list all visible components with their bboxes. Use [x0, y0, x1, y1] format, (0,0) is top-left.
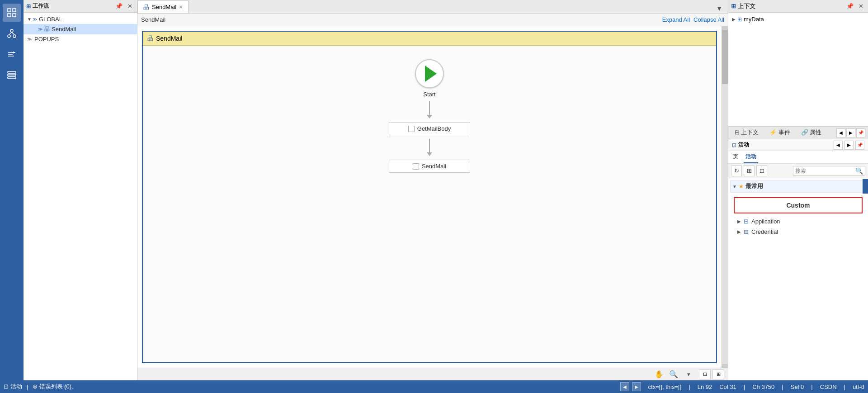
center-area: 品 SendMail ✕ ▾ SendMail Expand All Colla… [137, 0, 728, 380]
section-label-common: 最常用 [745, 182, 763, 190]
editor-tab-menu-btn[interactable]: ▾ [714, 3, 724, 13]
status-nav-prev[interactable]: ◀ [620, 382, 629, 391]
list-btn[interactable]: ⊡ [756, 166, 767, 176]
svg-rect-14 [8, 77, 16, 79]
sidebar-nav-rules[interactable] [3, 45, 21, 63]
refresh-btn[interactable]: ↻ [731, 166, 742, 176]
tab-context[interactable]: ⊟ 上下文 [731, 127, 762, 139]
activities-status: ⊡ 活动 [4, 383, 22, 391]
search-icon[interactable]: 🔍 [855, 167, 863, 175]
context-label: 上下文 [738, 2, 755, 10]
fit-page-btn[interactable]: ⊞ [712, 369, 724, 379]
sidebar-nav-nodes[interactable] [3, 24, 21, 43]
node-task-sendmail[interactable]: SendMail [389, 160, 470, 173]
activity-custom[interactable]: Custom [734, 197, 863, 213]
status-separator-6: | [844, 384, 845, 390]
activities-list: ▼ ★ 最常用 Custom [728, 178, 868, 380]
search-input[interactable] [795, 168, 855, 174]
sidebar-nav-workflow[interactable] [3, 4, 21, 22]
subtab-activity[interactable]: 活动 [744, 151, 758, 163]
svg-rect-1 [13, 9, 16, 12]
node-task-getmailbody[interactable]: GetMailBody [389, 122, 470, 135]
right-context-header: ⊞ 上下文 📌 ✕ [728, 0, 868, 13]
svg-point-4 [10, 29, 13, 32]
arrow-2 [427, 139, 432, 156]
fit-width-btn[interactable]: ⊡ [699, 369, 711, 379]
right-bottom-tabs-left: ⊟ 上下文 ⚡ 事件 🔗 属性 [731, 127, 825, 139]
activity-credential[interactable]: ▶ ⊟ Credential [734, 227, 863, 237]
canvas-scrollbar[interactable] [722, 26, 728, 368]
node-start[interactable]: Start [415, 59, 444, 98]
workflow-tree-title: 工作流 [33, 2, 49, 10]
workflow-container: 品 SendMail Start [142, 31, 717, 363]
canvas-area[interactable]: 品 SendMail Start [137, 26, 722, 368]
scrollbar-down[interactable] [722, 364, 728, 368]
activity-pin[interactable]: 📌 [855, 141, 864, 150]
right-context-buttons: 📌 ✕ [845, 2, 865, 11]
context-pin-btn[interactable]: 📌 [845, 2, 854, 11]
activity-header-label: 活动 [738, 141, 749, 149]
scrollbar-track[interactable] [722, 30, 728, 364]
tab-label-events: 事件 [778, 129, 790, 136]
left-panel-header-right: 📌 ✕ [114, 2, 134, 11]
zoom-dropdown-btn[interactable]: ▾ [684, 369, 693, 379]
tree-item-popups[interactable]: ≫ POPUPS [24, 34, 137, 44]
subtab-page[interactable]: 页 [731, 151, 740, 163]
section-icon-common: ★ [739, 183, 744, 189]
context-icon: ⊞ [731, 3, 736, 9]
status-bar: ⊡ 活动 | ⊗ 错误列表 (0)。 ◀ ▶ ctx=[], this=[] |… [0, 380, 868, 393]
tree-label-sendmail: SendMail [52, 26, 76, 33]
collapse-all-btn[interactable]: Collapse All [693, 16, 724, 23]
scrollbar-thumb[interactable] [722, 30, 728, 84]
activity-nav-next[interactable]: ▶ [844, 141, 854, 150]
tree-arrow-global: ▼ [27, 17, 32, 22]
tab-nav-next[interactable]: ▶ [846, 128, 855, 137]
left-panel-close-btn[interactable]: ✕ [125, 2, 134, 11]
task-checkbox-getmailbody [408, 126, 415, 132]
tab-nav-pin[interactable]: 📌 [856, 128, 865, 137]
breadcrumb-text: SendMail [141, 16, 165, 23]
errors-status-label: 错误列表 (0)。 [39, 383, 78, 390]
workflow-tree: ▼ ≫ GLOBAL ≫ 品 SendMail ≫ POPUPS [24, 13, 137, 380]
left-panel: ⊞ 工作流 📌 ✕ ▼ ≫ GLOBAL ≫ 品 [24, 0, 137, 380]
section-header-common[interactable]: ▼ ★ 最常用 [730, 180, 866, 193]
context-tree: ▶ ⊞ myData [728, 13, 868, 126]
status-separator-3: | [744, 384, 745, 390]
tab-properties[interactable]: 🔗 属性 [797, 127, 825, 139]
editor-toolbar: SendMail Expand All Collapse All [137, 14, 728, 26]
activity-application[interactable]: ▶ ⊟ Application [734, 216, 863, 227]
left-panel-pin-btn[interactable]: 📌 [114, 2, 123, 11]
task-checkbox-sendmail [413, 163, 419, 170]
errors-status-icon: ⊗ [33, 383, 38, 390]
tab-events[interactable]: ⚡ 事件 [766, 127, 793, 139]
tree-item-global[interactable]: ▼ ≫ GLOBAL [24, 14, 137, 24]
scrollbar-up[interactable] [722, 26, 728, 30]
right-bottom-panel: ⊟ 上下文 ⚡ 事件 🔗 属性 ◀ [728, 127, 868, 380]
activities-status-label: 活动 [10, 383, 22, 390]
tree-item-sendmail[interactable]: ≫ 品 SendMail [24, 24, 137, 34]
tab-close-sendmail[interactable]: ✕ [179, 5, 183, 9]
expand-all-btn[interactable]: Expand All [662, 16, 690, 23]
activities-subtabs-left: 页 活动 [731, 151, 758, 163]
status-nav-next[interactable]: ▶ [632, 382, 641, 391]
activity-header-icon: ⊡ [732, 142, 736, 148]
tab-nav-prev[interactable]: ◀ [836, 128, 845, 137]
application-label: Application [751, 218, 780, 225]
credential-label: Credential [751, 228, 778, 235]
context-icon-mydata: ⊞ [737, 16, 742, 23]
status-csdn: CSDN [820, 384, 837, 390]
context-arrow-mydata: ▶ [732, 17, 736, 22]
arrow-line-1 [429, 101, 430, 115]
svg-rect-3 [13, 14, 16, 17]
tree-label-popups: POPUPS [34, 36, 59, 43]
sidebar-nav-data[interactable] [3, 66, 21, 84]
context-item-mydata[interactable]: ▶ ⊞ myData [730, 14, 866, 24]
hand-icon[interactable]: ✋ [655, 370, 664, 379]
search-zoom-icon[interactable]: 🔍 [669, 370, 678, 379]
grid-btn[interactable]: ⊞ [744, 166, 755, 176]
left-panel-header: ⊞ 工作流 📌 ✕ [24, 0, 137, 13]
context-close-btn[interactable]: ✕ [856, 2, 865, 11]
activity-nav-prev[interactable]: ◀ [834, 141, 843, 150]
tab-sendmail[interactable]: 品 SendMail ✕ [137, 0, 189, 13]
status-separator-2: | [689, 384, 690, 390]
